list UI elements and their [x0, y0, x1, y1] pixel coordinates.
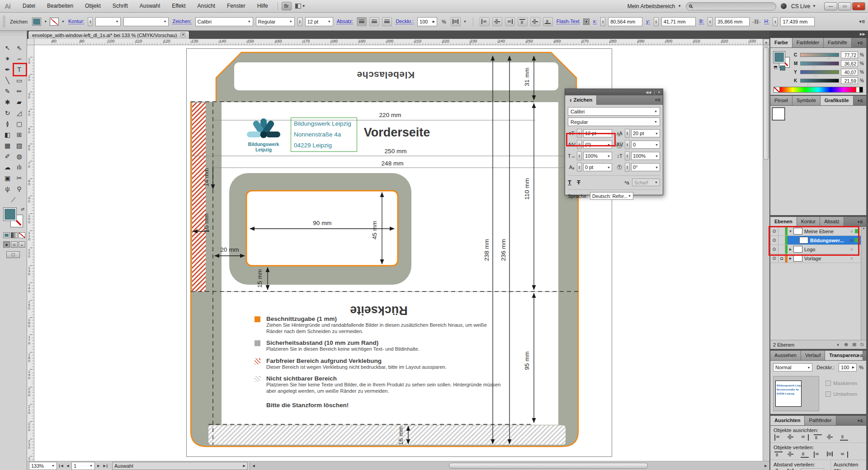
panel-menu-icon[interactable]: ▾≣	[855, 351, 865, 361]
font-size-stepper[interactable]: ▲▼	[577, 129, 582, 138]
draw-normal-button[interactable]: ◉	[3, 241, 10, 248]
tab[interactable]: Kontur	[797, 217, 820, 226]
close-icon[interactable]: ✕	[657, 90, 660, 94]
layer-name[interactable]: Vorlage	[804, 256, 849, 261]
scrollbar-thumb[interactable]	[764, 47, 769, 160]
type-tool[interactable]: T	[14, 64, 25, 75]
paintbrush-tool[interactable]: ✎	[2, 86, 14, 97]
rotation-stepper[interactable]: ▲▼	[625, 163, 630, 172]
distribute-left-button[interactable]	[814, 451, 822, 458]
restore-button[interactable]: ▭	[838, 2, 851, 10]
panel-menu-icon[interactable]: ▾≣	[855, 38, 865, 48]
color-slider[interactable]	[800, 61, 839, 66]
search-input[interactable]	[686, 2, 776, 10]
v-scale-stepper[interactable]: ▲▼	[625, 151, 630, 160]
slice-tool[interactable]: ✂	[14, 173, 25, 183]
font-family-select[interactable]: Calibri▼	[195, 17, 253, 26]
x-stepper[interactable]: ▲▼	[600, 17, 605, 26]
fill-color-swatch[interactable]	[32, 18, 41, 26]
menu-item[interactable]: Hilfe	[251, 0, 274, 12]
layer-name[interactable]: Meine Ebene	[804, 229, 849, 234]
close-button[interactable]: ✕	[852, 2, 865, 10]
font-size-select[interactable]: 12 pt▼	[305, 17, 333, 26]
menu-item[interactable]: Effekt	[166, 0, 191, 12]
gradient-tool[interactable]: ▧	[14, 140, 25, 151]
opacity-mask-button[interactable]	[451, 17, 461, 26]
scrollbar-thumb[interactable]	[449, 463, 648, 469]
line-segment-tool[interactable]: ╲	[2, 75, 14, 86]
screen-mode-button[interactable]: ▢	[6, 251, 20, 258]
gamut-color-swatch[interactable]	[780, 66, 785, 70]
align-h-center-button[interactable]	[788, 434, 796, 441]
baseline-stepper[interactable]: ▲▼	[577, 163, 582, 172]
color-value-field[interactable]: 36,62	[841, 60, 858, 67]
scale-tool[interactable]: ◿	[14, 108, 25, 118]
page-number-select[interactable]: 1▼	[71, 462, 95, 470]
underline-button[interactable]: T	[568, 179, 571, 186]
color-slider[interactable]	[800, 79, 839, 83]
align-text-left-button[interactable]	[357, 17, 367, 26]
free-transform-tool[interactable]: ▢	[14, 118, 25, 129]
height-stepper[interactable]: ▲▼	[773, 17, 778, 26]
align-text-right-button[interactable]	[382, 17, 392, 26]
width-profile-select[interactable]: ▼	[123, 17, 169, 26]
align-bottom-button[interactable]	[840, 434, 848, 441]
panel-grip[interactable]	[3, 16, 5, 28]
blend-tool[interactable]: ◍	[14, 151, 25, 162]
paragraph-panel-link[interactable]: Absatz:	[337, 19, 354, 24]
slider-handle[interactable]	[814, 74, 817, 77]
opacity-link[interactable]: Deckkr.:	[396, 19, 414, 24]
address-text-frame[interactable]: Bildungswerk Leipzig Nonnenstraße 4a 042…	[291, 118, 357, 152]
graphic-style-swatch[interactable]	[772, 108, 785, 120]
draw-behind-button[interactable]: ◎	[11, 241, 18, 248]
stroke-panel-link[interactable]: Kontur:	[68, 19, 84, 24]
magic-wand-tool[interactable]: ✶	[2, 53, 14, 64]
menu-item[interactable]: Fenster	[221, 0, 251, 12]
kerning-stepper[interactable]: ▲▼	[577, 140, 582, 149]
close-tab-icon[interactable]: ✕	[180, 33, 185, 38]
tracking-stepper[interactable]: ▲▼	[625, 140, 630, 149]
menu-item[interactable]: Auswahl	[134, 0, 166, 12]
expand-icon[interactable]: ▶	[788, 257, 793, 260]
zoom-level-select[interactable]: 133%▼	[29, 462, 57, 470]
width-field[interactable]: 35,866 mm	[715, 17, 750, 26]
column-graph-tool[interactable]: ılı	[14, 162, 25, 173]
scroll-left-icon[interactable]: ◀	[250, 462, 257, 470]
workspace-switcher[interactable]: Mein Arbeitsbereich▼	[627, 3, 681, 9]
target-circle-icon[interactable]: ○	[849, 229, 855, 234]
visibility-eye-icon[interactable]: ⊙	[770, 245, 778, 254]
color-value-field[interactable]: 21,59	[841, 77, 858, 84]
link-dimensions-icon[interactable]: -⛓-	[752, 19, 760, 24]
y-stepper[interactable]: ▲▼	[654, 17, 659, 26]
tab[interactable]: Aussehen	[770, 351, 801, 360]
align-bottom-button[interactable]	[543, 17, 553, 26]
tab[interactable]: Pinsel	[770, 96, 793, 105]
distribute-bottom-button[interactable]	[801, 451, 809, 458]
new-layer-icon[interactable]: ⊞	[852, 342, 856, 348]
width-tool[interactable]: ≬	[2, 118, 14, 129]
tab[interactable]: Farbfelder	[793, 38, 824, 47]
character-panel[interactable]: ◀◀|✕ ⇕Zeichen ▾≣ Calibri▼ Regular▼ тT ▲▼…	[565, 89, 663, 195]
expand-icon[interactable]: ▼	[788, 230, 793, 233]
target-circle-icon[interactable]: ○	[849, 247, 855, 252]
artboard-tool[interactable]: ▣	[2, 173, 14, 183]
rotation-select[interactable]: 0°▼	[631, 163, 660, 171]
lock-icon[interactable]: Ω	[778, 254, 785, 263]
slider-handle[interactable]	[812, 66, 816, 69]
shape-builder-tool[interactable]: ◧	[2, 129, 14, 140]
lock-icon[interactable]	[778, 236, 785, 244]
panel-menu-icon[interactable]: ▾≣	[855, 96, 865, 106]
menu-item[interactable]: Ansicht	[192, 0, 221, 12]
opacity-field[interactable]: 100▶	[417, 17, 437, 26]
mesh-tool[interactable]: ▦	[2, 140, 14, 151]
font-style-select[interactable]: Regular▼	[568, 118, 660, 126]
tab[interactable]: Grafikstile	[821, 96, 854, 105]
hand-tool[interactable]: ψ	[2, 183, 14, 194]
align-top-button[interactable]	[518, 17, 528, 26]
none-mode-button[interactable]	[19, 232, 25, 238]
align-left-button[interactable]	[774, 434, 783, 441]
y-label[interactable]: y:	[646, 19, 650, 24]
none-swatch[interactable]	[774, 87, 780, 92]
bridge-button[interactable]: Br	[282, 2, 292, 10]
distribute-right-button[interactable]	[840, 451, 848, 458]
